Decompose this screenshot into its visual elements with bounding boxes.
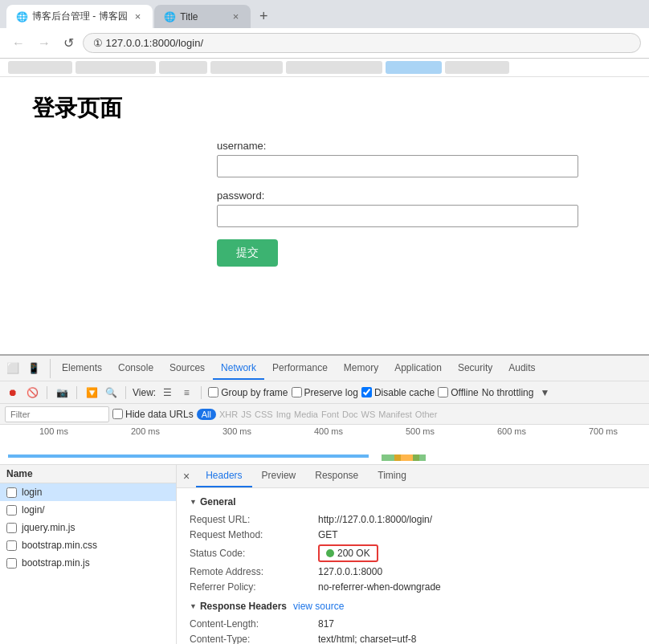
tab-1-close[interactable]: ×: [133, 10, 144, 23]
request-method-key: Request Method:: [190, 529, 318, 540]
file-checkbox-jquery[interactable]: [6, 523, 17, 533]
bookmark-6[interactable]: [386, 61, 442, 74]
file-item-jquery[interactable]: jquery.min.js: [0, 519, 176, 536]
file-item-bootstrap-css[interactable]: bootstrap.min.css: [0, 536, 176, 554]
file-checkbox-login[interactable]: [6, 487, 17, 498]
separator-4: [201, 386, 202, 399]
url-bar[interactable]: [83, 33, 641, 53]
disable-cache-checkbox[interactable]: [361, 387, 372, 397]
tab-2-title: Title: [180, 11, 225, 22]
file-checkbox-login-slash[interactable]: [6, 505, 17, 516]
username-input[interactable]: [217, 155, 578, 177]
offline-label[interactable]: Offline: [438, 387, 478, 398]
remote-address-value: 127.0.0.1:8000: [318, 566, 382, 577]
bookmark-2[interactable]: [76, 61, 156, 74]
bookmark-1[interactable]: [8, 61, 72, 74]
device-toolbar-icon[interactable]: 📱: [24, 359, 43, 378]
tab-security[interactable]: Security: [450, 357, 500, 380]
tab-elements[interactable]: Elements: [54, 357, 110, 380]
group-by-frame-label[interactable]: Group by frame: [208, 387, 288, 398]
file-item-login-slash[interactable]: login/: [0, 501, 176, 519]
new-tab-button[interactable]: +: [252, 6, 275, 28]
status-code-key: Status Code:: [190, 548, 318, 559]
refresh-button[interactable]: ↺: [59, 34, 78, 52]
file-item-bootstrap-js[interactable]: bootstrap.min.js: [0, 554, 176, 572]
file-name-jquery: jquery.min.js: [22, 522, 75, 533]
referrer-policy-value: no-referrer-when-downgrade: [318, 581, 441, 593]
throttling-dropdown-icon[interactable]: ▼: [537, 385, 553, 401]
general-section-title: General: [190, 496, 636, 507]
referrer-policy-key: Referrer Policy:: [190, 581, 318, 593]
timeline-labels: 100 ms 200 ms 300 ms 400 ms 500 ms 600 m…: [0, 426, 649, 436]
devtools-main: Name login login/ jquery.min.js bootstra…: [0, 465, 649, 644]
filter-input[interactable]: [5, 406, 109, 422]
password-label: password:: [217, 190, 617, 202]
content-length-key: Content-Length:: [190, 618, 318, 630]
file-list-header: Name: [0, 465, 176, 483]
no-throttling-text: No throttling: [482, 387, 534, 398]
submit-button[interactable]: 提交: [217, 239, 278, 267]
separator-2: [76, 386, 77, 399]
remote-address-key: Remote Address:: [190, 566, 318, 577]
tab-audits[interactable]: Audits: [500, 357, 543, 380]
tab-sources[interactable]: Sources: [161, 357, 213, 380]
filter-icon-btn[interactable]: 🔽: [84, 385, 100, 401]
devtools-icon-group: ⬜ 📱: [3, 359, 51, 378]
timeline-label-700: 700 ms: [557, 426, 649, 436]
waterfall-bar-blue: [8, 454, 369, 458]
clear-button[interactable]: 🚫: [24, 385, 40, 401]
timeline-label-600: 600 ms: [466, 426, 557, 436]
bookmark-4[interactable]: [210, 61, 283, 74]
record-button[interactable]: ⏺: [5, 385, 21, 401]
address-bar: ← → ↺: [0, 28, 649, 59]
search-icon-btn[interactable]: 🔍: [103, 385, 119, 401]
tab-performance[interactable]: Performance: [264, 357, 336, 380]
file-name-bootstrap-js: bootstrap.min.js: [22, 557, 90, 569]
file-checkbox-bootstrap-css[interactable]: [6, 540, 17, 551]
tab-1[interactable]: 🌐 博客后台管理 - 博客园 ×: [6, 5, 153, 28]
filter-tag-all[interactable]: All: [197, 409, 216, 420]
file-checkbox-bootstrap-js[interactable]: [6, 558, 17, 569]
bookmark-5[interactable]: [286, 61, 382, 74]
detail-tab-preview[interactable]: Preview: [252, 465, 306, 487]
back-button[interactable]: ←: [8, 35, 29, 52]
page-content: 登录页面 username: password: 提交: [0, 77, 649, 354]
hide-data-urls-label[interactable]: Hide data URLs: [112, 409, 194, 420]
tab-console[interactable]: Console: [110, 357, 161, 380]
detail-tab-response[interactable]: Response: [305, 465, 368, 487]
detail-content: General Request URL: http://127.0.0.1:80…: [177, 488, 649, 644]
request-url-row: Request URL: http://127.0.0.1:8000/login…: [190, 514, 636, 525]
tab-2-close[interactable]: ×: [231, 10, 242, 23]
tab-memory[interactable]: Memory: [336, 357, 386, 380]
separator-1: [47, 386, 47, 399]
password-input[interactable]: [217, 205, 578, 227]
bookmarks-bar: [0, 59, 649, 77]
detail-close-button[interactable]: ×: [177, 467, 196, 486]
offline-checkbox[interactable]: [438, 387, 448, 397]
file-item-login[interactable]: login: [0, 483, 176, 501]
filter-bar: Hide data URLs All XHR JS CSS Img Media …: [0, 404, 649, 425]
detail-tab-timing[interactable]: Timing: [368, 465, 416, 487]
page-title: 登录页面: [32, 93, 617, 124]
tab-2[interactable]: 🌐 Title ×: [154, 5, 251, 28]
group-by-frame-checkbox[interactable]: [208, 387, 218, 397]
preserve-log-label[interactable]: Preserve log: [292, 387, 358, 398]
preserve-log-checkbox[interactable]: [292, 387, 302, 397]
tab-application[interactable]: Application: [386, 357, 450, 380]
request-url-value: http://127.0.0.1:8000/login/: [318, 514, 432, 525]
view-source-link[interactable]: view source: [293, 601, 344, 612]
disable-cache-label[interactable]: Disable cache: [361, 387, 435, 398]
forward-button[interactable]: →: [34, 35, 55, 52]
detail-tab-headers[interactable]: Headers: [196, 465, 251, 487]
bookmark-7[interactable]: [445, 61, 509, 74]
hide-data-urls-checkbox[interactable]: [112, 409, 123, 419]
inspect-element-icon[interactable]: ⬜: [3, 359, 22, 378]
view-details-icon[interactable]: ≡: [178, 385, 194, 401]
tab-network[interactable]: Network: [213, 357, 264, 380]
bookmark-3[interactable]: [159, 61, 207, 74]
username-group: username:: [32, 140, 617, 177]
timeline-label-400: 400 ms: [283, 426, 374, 436]
remote-address-row: Remote Address: 127.0.0.1:8000: [190, 566, 636, 577]
camera-button[interactable]: 📷: [54, 385, 70, 401]
view-list-icon[interactable]: ☰: [159, 385, 175, 401]
